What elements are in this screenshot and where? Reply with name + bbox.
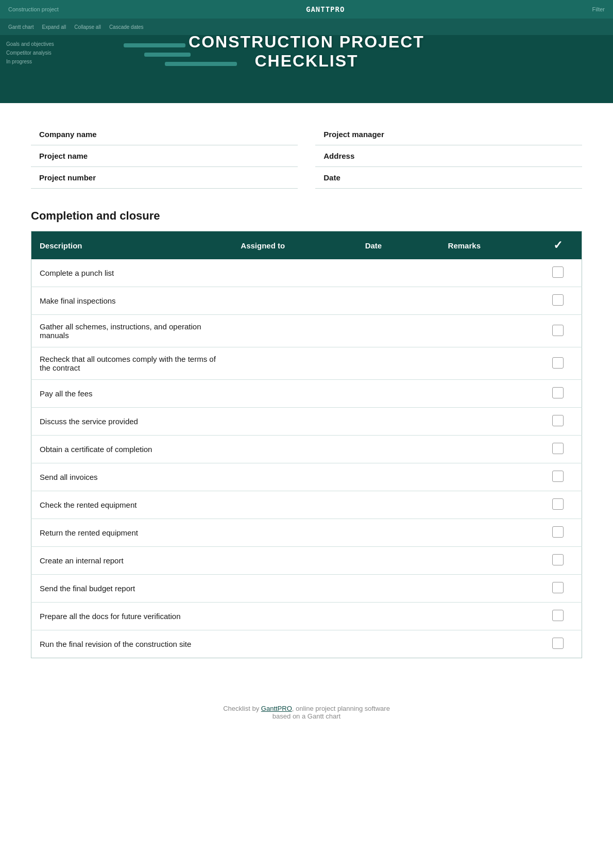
table-row: Gather all schemes, instructions, and op… (31, 315, 582, 347)
cell-date-9[interactable] (357, 519, 440, 547)
footer-suffix: , online project planning software (292, 705, 390, 712)
value-project-name[interactable] (153, 145, 297, 167)
cell-remarks-0[interactable] (440, 259, 535, 287)
label-project-number: Project number (31, 167, 153, 189)
cell-assigned-4[interactable] (232, 380, 356, 408)
cell-check-6[interactable] (535, 436, 582, 463)
col-header-check: ✓ (535, 231, 582, 260)
cell-description-5: Discuss the service provided (31, 408, 233, 436)
value-company-name[interactable] (153, 124, 297, 145)
gantt-row-2: Competitor analysis (6, 50, 107, 56)
cell-assigned-9[interactable] (232, 519, 356, 547)
gantt-toolbar-cascade: Cascade dates (109, 24, 144, 30)
table-row: Pay all the fees (31, 380, 582, 408)
cell-check-1[interactable] (535, 287, 582, 315)
cell-check-7[interactable] (535, 463, 582, 491)
cell-assigned-0[interactable] (232, 259, 356, 287)
cell-check-9[interactable] (535, 519, 582, 547)
cell-date-8[interactable] (357, 491, 440, 519)
cell-check-10[interactable] (535, 547, 582, 575)
cell-date-11[interactable] (357, 575, 440, 603)
table-row: Send all invoices (31, 463, 582, 491)
table-header-row: Description Assigned to Date Remarks ✓ (31, 231, 582, 260)
footer-link[interactable]: GanttPRO (261, 705, 292, 712)
value-project-number[interactable] (153, 167, 297, 189)
checkbox-1[interactable] (552, 294, 564, 306)
cell-check-3[interactable] (535, 347, 582, 380)
cell-assigned-3[interactable] (232, 347, 356, 380)
cell-check-4[interactable] (535, 380, 582, 408)
cell-date-0[interactable] (357, 259, 440, 287)
cell-date-6[interactable] (357, 436, 440, 463)
cell-check-8[interactable] (535, 491, 582, 519)
checkbox-11[interactable] (552, 582, 564, 593)
checkbox-7[interactable] (552, 471, 564, 482)
cell-description-13: Run the final revision of the constructi… (31, 630, 233, 658)
cell-date-4[interactable] (357, 380, 440, 408)
cell-remarks-8[interactable] (440, 491, 535, 519)
checkbox-4[interactable] (552, 387, 564, 398)
cell-remarks-5[interactable] (440, 408, 535, 436)
cell-remarks-7[interactable] (440, 463, 535, 491)
spacer-1 (298, 124, 316, 145)
value-project-manager[interactable] (438, 124, 582, 145)
col-header-remarks: Remarks (440, 231, 535, 260)
checkbox-2[interactable] (552, 325, 564, 336)
cell-remarks-12[interactable] (440, 603, 535, 630)
cell-assigned-12[interactable] (232, 603, 356, 630)
cell-assigned-10[interactable] (232, 547, 356, 575)
cell-assigned-5[interactable] (232, 408, 356, 436)
cell-date-2[interactable] (357, 315, 440, 347)
table-row: Prepare all the docs for future verifica… (31, 603, 582, 630)
cell-check-13[interactable] (535, 630, 582, 658)
cell-remarks-4[interactable] (440, 380, 535, 408)
cell-remarks-11[interactable] (440, 575, 535, 603)
checkbox-5[interactable] (552, 415, 564, 426)
cell-assigned-6[interactable] (232, 436, 356, 463)
cell-date-3[interactable] (357, 347, 440, 380)
cell-remarks-2[interactable] (440, 315, 535, 347)
info-table: Company name Project manager Project nam… (31, 124, 582, 189)
checkbox-9[interactable] (552, 526, 564, 538)
cell-date-13[interactable] (357, 630, 440, 658)
cell-check-2[interactable] (535, 315, 582, 347)
checkbox-8[interactable] (552, 498, 564, 510)
cell-remarks-10[interactable] (440, 547, 535, 575)
cell-date-10[interactable] (357, 547, 440, 575)
cell-date-1[interactable] (357, 287, 440, 315)
cell-remarks-6[interactable] (440, 436, 535, 463)
cell-remarks-1[interactable] (440, 287, 535, 315)
gantt-toolbar-expand-all: Expand all (42, 24, 66, 30)
checkbox-13[interactable] (552, 638, 564, 649)
cell-description-6: Obtain a certificate of completion (31, 436, 233, 463)
cell-assigned-11[interactable] (232, 575, 356, 603)
label-address: Address (315, 145, 437, 167)
value-date[interactable] (438, 167, 582, 189)
cell-assigned-13[interactable] (232, 630, 356, 658)
cell-remarks-9[interactable] (440, 519, 535, 547)
checkbox-10[interactable] (552, 554, 564, 565)
cell-check-12[interactable] (535, 603, 582, 630)
cell-date-5[interactable] (357, 408, 440, 436)
gantt-filter-label: Filter (592, 6, 605, 12)
cell-check-0[interactable] (535, 259, 582, 287)
cell-assigned-8[interactable] (232, 491, 356, 519)
cell-assigned-2[interactable] (232, 315, 356, 347)
cell-assigned-1[interactable] (232, 287, 356, 315)
cell-assigned-7[interactable] (232, 463, 356, 491)
checkbox-6[interactable] (552, 443, 564, 454)
cell-date-12[interactable] (357, 603, 440, 630)
checkbox-12[interactable] (552, 610, 564, 621)
checkbox-0[interactable] (552, 266, 564, 278)
cell-remarks-13[interactable] (440, 630, 535, 658)
cell-date-7[interactable] (357, 463, 440, 491)
checkbox-3[interactable] (552, 357, 564, 369)
table-row: Send the final budget report (31, 575, 582, 603)
footer-prefix: Checklist by (223, 705, 261, 712)
value-address[interactable] (438, 145, 582, 167)
cell-check-5[interactable] (535, 408, 582, 436)
cell-remarks-3[interactable] (440, 347, 535, 380)
cell-check-11[interactable] (535, 575, 582, 603)
info-row-1: Company name Project manager (31, 124, 582, 145)
footer-line-1: Checklist by GanttPRO, online project pl… (0, 705, 613, 712)
